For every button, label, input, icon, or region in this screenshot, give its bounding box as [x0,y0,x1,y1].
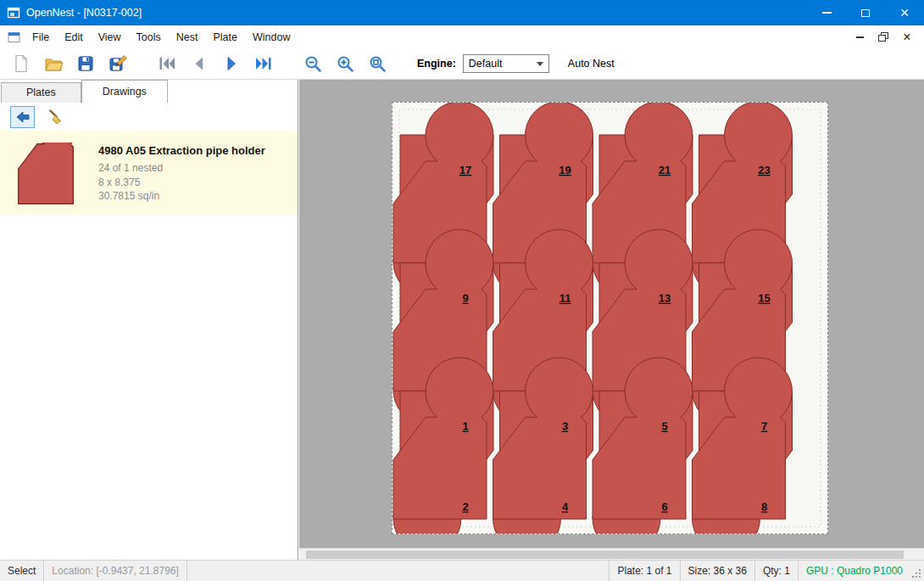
sidebar: Plates Drawings [0,80,298,560]
last-plate-button[interactable] [248,50,280,78]
part-number-label: 6 [661,500,667,513]
chevron-down-icon [537,62,543,66]
auto-nest-button[interactable]: Auto Nest [568,58,615,70]
drawing-nested-count: 24 of 1 nested [98,161,265,176]
engine-value: Default [469,58,503,70]
part-number-label: 5 [661,420,667,433]
maximize-button[interactable] [846,0,885,25]
minimize-icon [822,12,832,14]
drawing-size: 8 x 8.375 [98,176,265,190]
part-number-label: 15 [758,292,770,304]
zoom-out-button[interactable] [297,50,329,78]
part-number-label: 3 [562,420,568,433]
menu-tools[interactable]: Tools [129,25,169,48]
horizontal-scrollbar[interactable] [299,548,924,560]
app-window: OpenNest - [N0317-002] × File Edit View … [0,0,924,581]
resize-grip[interactable] [910,561,924,581]
part-number-label: 4 [562,500,569,513]
zoom-out-icon [303,53,323,74]
status-size: Size: 36 x 36 [680,561,754,581]
mdi-close-button[interactable]: × [897,29,917,46]
nav-previous-icon [189,53,209,74]
part-number-label: 2 [462,500,468,513]
clear-nest-button[interactable] [42,106,67,128]
open-folder-icon [43,53,64,74]
nav-last-icon [253,53,274,74]
blue-arrow-left-icon [14,109,31,126]
part-number-label: 1 [462,420,468,433]
tab-drawings[interactable]: Drawings [81,80,168,103]
menu-window[interactable]: Window [245,25,298,48]
nav-first-icon [157,53,177,74]
nav-next-icon [221,53,242,74]
return-part-button[interactable] [10,106,35,128]
zoom-fit-icon [367,53,387,74]
document-window-icon [8,31,20,43]
drawing-title: 4980 A05 Extraction pipe holder [98,144,265,157]
part-number-label: 8 [761,500,767,513]
main-toolbar: Engine: Default Auto Nest [0,48,924,80]
zoom-in-button[interactable] [329,50,361,78]
save-as-icon [108,53,128,74]
previous-plate-button[interactable] [183,50,215,78]
drawing-list: 4980 A05 Extraction pipe holder 24 of 1 … [0,131,298,560]
menu-view[interactable]: View [91,25,129,48]
menu-edit[interactable]: Edit [57,25,91,48]
menu-nest[interactable]: Nest [169,25,206,48]
open-button[interactable] [37,50,70,78]
status-spacer [187,561,610,581]
save-icon [75,53,96,74]
close-button[interactable]: × [885,0,924,25]
part-thumbnail [7,139,85,205]
part-number-label: 19 [559,164,571,176]
status-qty: Qty: 1 [754,561,798,581]
mdi-minimize-icon [856,36,864,38]
new-button[interactable] [5,50,37,78]
mdi-minimize-button[interactable] [849,29,870,46]
menu-plate[interactable]: Plate [205,25,245,48]
status-location: Location: [-0.9437, 21.8796] [44,561,186,581]
part-number-label: 23 [758,164,770,176]
menu-file[interactable]: File [25,25,57,48]
status-mode: Select [0,561,44,581]
part-number-label: 21 [659,164,671,176]
zoom-in-icon [335,53,355,74]
drawing-info: 4980 A05 Extraction pipe holder 24 of 1 … [98,139,265,205]
save-as-button[interactable] [102,50,134,78]
scrollbar-thumb[interactable] [306,550,904,559]
save-button[interactable] [70,50,102,78]
drawing-list-item[interactable]: 4980 A05 Extraction pipe holder 24 of 1 … [0,131,298,215]
broom-icon [47,109,64,126]
drawings-toolbar [0,103,298,131]
mdi-restore-button[interactable] [873,29,893,46]
drawing-area: 30.7815 sq/in [98,189,265,204]
engine-dropdown[interactable]: Default [463,54,549,73]
maximize-icon [861,9,870,17]
part-number-label: 11 [559,292,571,304]
status-gpu: GPU : Quadro P1000 [798,561,910,581]
status-plate: Plate: 1 of 1 [609,561,679,581]
engine-label: Engine: [417,58,456,70]
resize-grip-icon [912,569,922,579]
app-icon [7,6,20,20]
part-number-label: 13 [659,292,671,304]
part-number-label: 7 [761,420,767,433]
statusbar: Select Location: [-0.9437, 21.8796] Plat… [0,560,924,581]
plate: 171819202122232491011121314151612345678 [392,102,828,534]
new-file-icon [11,53,31,74]
part-number-label: 9 [462,292,468,304]
tab-plates[interactable]: Plates [1,82,81,103]
tabstrip: Plates Drawings [0,80,298,103]
part-number-label: 17 [459,164,471,176]
first-plate-button[interactable] [151,50,183,78]
menubar: File Edit View Tools Nest Plate Window × [0,25,924,48]
mdi-close-icon: × [903,31,910,44]
titlebar: OpenNest - [N0317-002] × [0,0,924,25]
nest-canvas[interactable]: 171819202122232491011121314151612345678 [299,80,924,560]
minimize-button[interactable] [807,0,846,25]
zoom-fit-button[interactable] [361,50,393,78]
next-plate-button[interactable] [215,50,248,78]
close-icon: × [900,5,910,20]
mdi-restore-icon [878,32,888,42]
window-title: OpenNest - [N0317-002] [26,7,142,19]
